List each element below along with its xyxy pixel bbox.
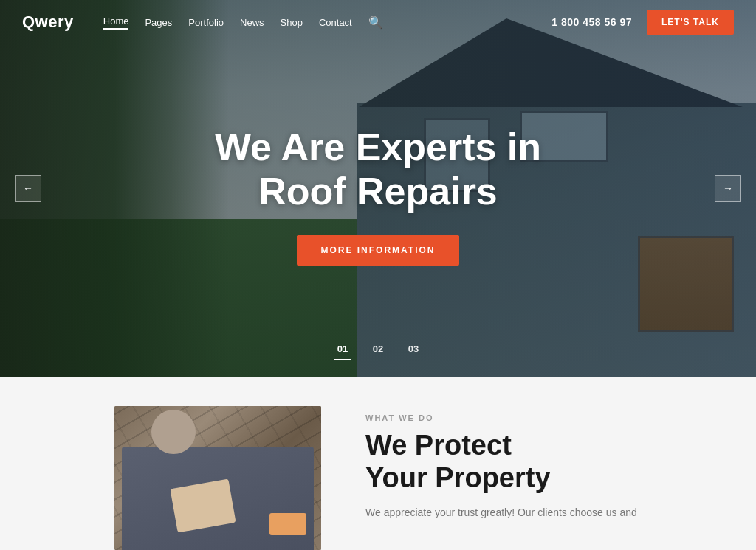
hero-title-line1: We Are Experts in xyxy=(215,126,541,168)
worker-image xyxy=(114,406,321,550)
phone-number: 1 800 458 56 97 xyxy=(551,16,632,28)
heading-line1: We Protect xyxy=(365,430,512,461)
slider-dot-1[interactable]: 01 xyxy=(334,343,351,360)
nav-item-news[interactable]: News xyxy=(240,17,264,28)
hero-title-line2: Roof Repairs xyxy=(258,170,498,213)
what-we-do-section: WHAT WE DO We Protect Your Property We a… xyxy=(0,377,756,550)
hero-section: We Are Experts in Roof Repairs MORE INFO… xyxy=(0,0,756,377)
hero-title: We Are Experts in Roof Repairs xyxy=(215,126,541,214)
arrow-right-icon: → xyxy=(723,182,733,194)
lets-talk-button[interactable]: LET'S TALK xyxy=(647,10,734,35)
slider-dot-3[interactable]: 03 xyxy=(405,343,422,360)
slider-dot-2[interactable]: 02 xyxy=(369,343,387,360)
dot-line-2 xyxy=(369,359,387,360)
nav-item-contact[interactable]: Contact xyxy=(319,17,352,28)
nav-item-home[interactable]: Home xyxy=(103,16,129,30)
dot-line-3 xyxy=(405,359,422,360)
site-logo[interactable]: Qwery xyxy=(22,13,74,32)
slider-dots: 01 02 03 xyxy=(334,343,422,360)
site-header: Qwery Home Pages Portfolio News Shop Con… xyxy=(0,0,756,44)
arrow-left-icon: ← xyxy=(23,182,33,194)
nav-item-shop[interactable]: Shop xyxy=(281,17,303,28)
worker-tool xyxy=(269,513,306,535)
heading-line2: Your Property xyxy=(365,462,551,493)
main-nav: Home Pages Portfolio News Shop Contact 🔍 xyxy=(103,16,552,30)
what-we-do-label: WHAT WE DO xyxy=(365,413,637,422)
dot-line-1 xyxy=(334,359,351,360)
slider-prev-button[interactable]: ← xyxy=(15,175,41,202)
section-description: We appreciate your trust greatly! Our cl… xyxy=(365,504,637,520)
section-text-block: WHAT WE DO We Protect Your Property We a… xyxy=(365,406,637,521)
search-icon[interactable]: 🔍 xyxy=(368,16,383,30)
hero-content: We Are Experts in Roof Repairs MORE INFO… xyxy=(0,0,756,377)
nav-item-portfolio[interactable]: Portfolio xyxy=(188,17,224,28)
section-heading: We Protect Your Property xyxy=(365,430,637,494)
more-info-button[interactable]: MORE INFORMATION xyxy=(297,235,458,266)
nav-item-pages[interactable]: Pages xyxy=(145,17,172,28)
header-right: 1 800 458 56 97 LET'S TALK xyxy=(551,10,734,35)
slider-next-button[interactable]: → xyxy=(715,175,741,202)
worker-head xyxy=(151,410,196,454)
